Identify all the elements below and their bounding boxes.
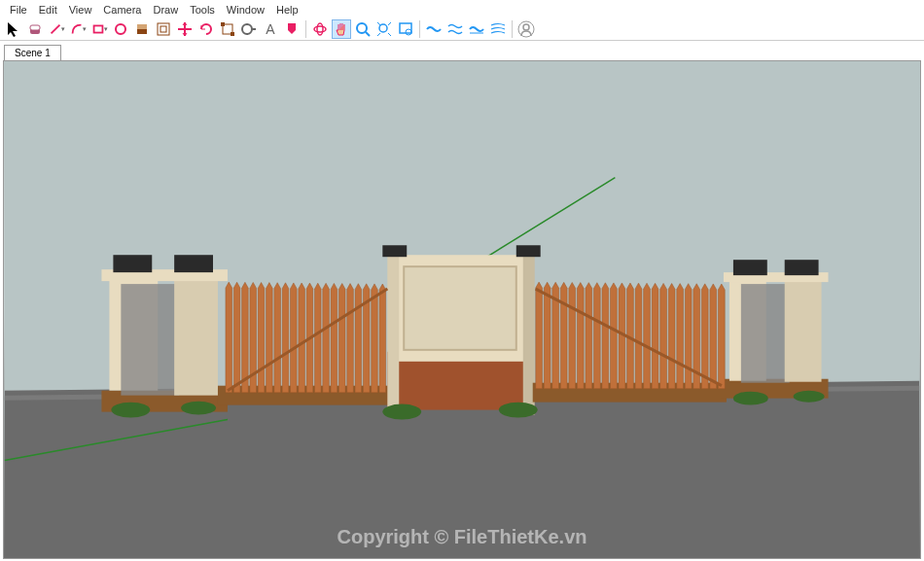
- svg-marker-72: [379, 284, 386, 393]
- svg-line-2: [52, 24, 60, 33]
- svg-marker-65: [323, 283, 330, 392]
- ext2-tool[interactable]: [445, 19, 465, 39]
- eraser-tool[interactable]: [25, 19, 45, 39]
- svg-point-23: [523, 24, 529, 30]
- menu-file[interactable]: File: [4, 2, 33, 16]
- svg-rect-3: [94, 25, 103, 32]
- svg-point-4: [116, 24, 125, 34]
- orbit-tool[interactable]: [310, 19, 330, 39]
- move-tool[interactable]: [175, 19, 195, 39]
- svg-marker-94: [710, 284, 717, 389]
- arc-tool[interactable]: ▾: [68, 19, 88, 39]
- svg-rect-33: [174, 279, 218, 396]
- svg-marker-87: [652, 283, 658, 388]
- offset-tool[interactable]: [154, 19, 173, 39]
- svg-point-98: [382, 404, 421, 420]
- 3d-viewport[interactable]: FileThiếtKế.vn: [3, 60, 921, 559]
- svg-marker-77: [569, 282, 576, 388]
- circle-tool[interactable]: [111, 19, 130, 39]
- svg-marker-61: [290, 283, 297, 393]
- svg-rect-8: [160, 26, 166, 32]
- svg-marker-60: [282, 283, 289, 393]
- menu-view[interactable]: View: [63, 2, 98, 16]
- svg-point-97: [181, 402, 216, 415]
- svg-rect-32: [121, 284, 179, 396]
- svg-point-21: [406, 29, 411, 35]
- svg-point-99: [499, 403, 538, 418]
- center-sign: [382, 245, 540, 414]
- svg-marker-90: [677, 284, 684, 389]
- ext1-tool[interactable]: [424, 19, 444, 39]
- menu-camera[interactable]: Camera: [97, 2, 147, 16]
- svg-marker-91: [685, 284, 692, 389]
- svg-rect-51: [733, 260, 767, 275]
- svg-marker-81: [602, 283, 609, 389]
- paint-tool[interactable]: [282, 19, 302, 39]
- svg-point-19: [379, 24, 387, 32]
- svg-marker-88: [660, 283, 667, 388]
- rect-tool[interactable]: ▾: [89, 19, 109, 39]
- rotate-tool[interactable]: [196, 19, 216, 39]
- svg-rect-44: [516, 245, 541, 257]
- zoom-tool[interactable]: [353, 19, 373, 39]
- scale-tool[interactable]: [218, 19, 237, 39]
- svg-rect-7: [158, 23, 169, 35]
- menu-tools[interactable]: Tools: [184, 2, 221, 16]
- svg-point-16: [317, 23, 323, 35]
- svg-marker-53: [226, 282, 232, 393]
- svg-marker-80: [593, 283, 600, 389]
- menu-draw[interactable]: Draw: [147, 2, 184, 16]
- svg-marker-73: [536, 282, 543, 389]
- push-tool[interactable]: [132, 19, 152, 39]
- svg-marker-62: [299, 283, 305, 393]
- scene-tabs: Scene 1: [0, 41, 924, 60]
- svg-marker-67: [338, 284, 345, 393]
- svg-rect-11: [231, 32, 234, 36]
- svg-marker-58: [267, 283, 273, 393]
- svg-marker-57: [258, 283, 265, 393]
- svg-rect-48: [741, 284, 790, 383]
- svg-point-96: [111, 403, 150, 418]
- text-tool[interactable]: A: [261, 19, 280, 39]
- line-tool[interactable]: ▾: [47, 19, 66, 39]
- svg-rect-43: [382, 245, 407, 257]
- svg-point-101: [794, 391, 825, 403]
- svg-marker-66: [331, 283, 338, 392]
- svg-marker-64: [314, 283, 321, 392]
- menu-window[interactable]: Window: [221, 2, 270, 16]
- menu-edit[interactable]: Edit: [33, 2, 63, 16]
- svg-point-17: [357, 23, 367, 33]
- zoomwin-tool[interactable]: [396, 19, 415, 39]
- svg-marker-95: [718, 284, 725, 389]
- svg-point-12: [242, 24, 252, 34]
- select-tool[interactable]: [4, 19, 23, 39]
- svg-marker-76: [560, 282, 567, 388]
- scene-svg: [4, 61, 920, 558]
- pillar-right: [722, 260, 829, 398]
- svg-marker-74: [544, 282, 551, 388]
- svg-point-100: [733, 392, 768, 405]
- svg-text:A: A: [266, 21, 275, 37]
- svg-marker-78: [577, 283, 584, 389]
- center-watermark: Copyright © FileThietKe.vn: [338, 526, 587, 548]
- svg-point-15: [314, 26, 326, 32]
- svg-rect-35: [113, 255, 152, 272]
- tape-tool[interactable]: [239, 19, 259, 39]
- pan-tool[interactable]: [332, 19, 351, 39]
- zoomext-tool[interactable]: [374, 19, 394, 39]
- svg-rect-6: [137, 24, 147, 29]
- svg-marker-55: [242, 282, 249, 392]
- svg-marker-82: [610, 283, 617, 389]
- svg-marker-85: [635, 283, 642, 389]
- ext4-tool[interactable]: [488, 19, 508, 39]
- user-tool[interactable]: [516, 19, 536, 39]
- svg-marker-79: [586, 283, 592, 389]
- menubar: FileEditViewCameraDrawToolsWindowHelp: [0, 0, 924, 18]
- svg-marker-86: [644, 283, 651, 388]
- svg-rect-1: [30, 25, 40, 30]
- ext3-tool[interactable]: [467, 19, 486, 39]
- scene-tab[interactable]: Scene 1: [4, 45, 61, 60]
- svg-rect-40: [404, 266, 516, 350]
- menu-help[interactable]: Help: [270, 2, 304, 16]
- svg-marker-54: [233, 282, 240, 392]
